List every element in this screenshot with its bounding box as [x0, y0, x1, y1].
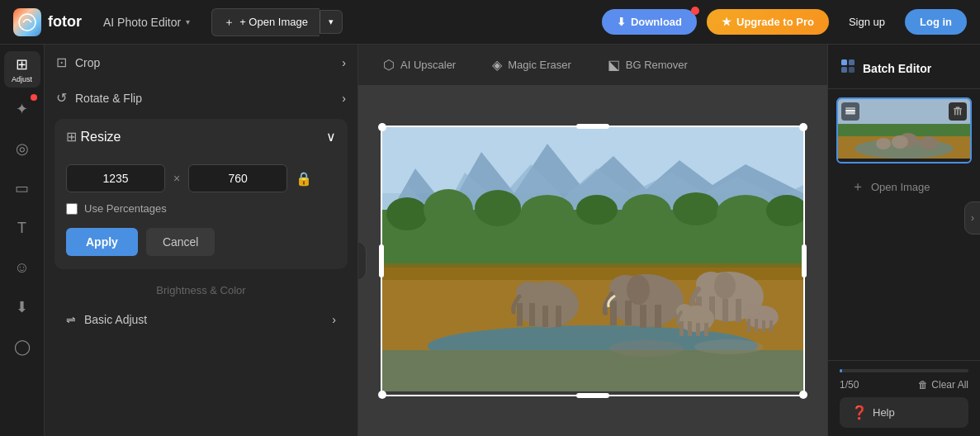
svg-point-65 — [876, 138, 891, 149]
svg-rect-42 — [679, 321, 684, 336]
svg-rect-43 — [688, 321, 692, 336]
sidebar-item-adjust[interactable]: ⊞ Adjust — [4, 51, 40, 88]
sidebar-item-more[interactable]: ⬇ — [4, 289, 40, 325]
app-title-dropdown[interactable]: AI Photo Editor ▾ — [95, 11, 198, 34]
cancel-button[interactable]: Cancel — [146, 228, 215, 256]
use-percentages-checkbox[interactable] — [66, 203, 78, 215]
logo-text: fotor — [48, 13, 82, 31]
upgrade-button[interactable]: ★ Upgrade to Pro — [707, 9, 829, 35]
text-icon: T — [17, 220, 26, 237]
edge-handle-bottom[interactable] — [576, 393, 609, 398]
adjust-icon: ⊞ — [16, 55, 28, 73]
apply-button[interactable]: Apply — [66, 228, 138, 256]
sidebar-item-beauty[interactable]: ◎ — [4, 130, 40, 167]
corner-handle-br[interactable] — [799, 391, 807, 399]
sidebar-item-text[interactable]: T — [4, 210, 40, 246]
download-button[interactable]: ⬇ Download — [602, 9, 697, 35]
canvas-area: ⬡ AI Upscaler ◈ Magic Eraser ⬕ BG Remove… — [358, 45, 827, 436]
svg-rect-71 — [954, 110, 956, 116]
effects-icon: ✦ — [16, 100, 28, 118]
image-container — [381, 126, 805, 396]
portrait-icon: ☺ — [14, 259, 29, 277]
open-image-button[interactable]: ＋ + Open Image — [211, 8, 320, 36]
open-image-arrow-button[interactable]: ▾ — [320, 10, 343, 34]
svg-rect-45 — [704, 323, 708, 336]
svg-point-10 — [576, 195, 618, 225]
height-input[interactable] — [188, 164, 287, 192]
clear-all-button[interactable]: 🗑 Clear All — [918, 379, 968, 391]
svg-rect-44 — [696, 323, 700, 336]
svg-rect-72 — [960, 110, 962, 116]
add-image-label: Open Image — [871, 181, 930, 193]
svg-rect-38 — [542, 306, 548, 327]
corner-handle-bl[interactable] — [378, 391, 386, 399]
svg-rect-37 — [529, 303, 535, 326]
signup-button[interactable]: Sign up — [839, 9, 895, 35]
thumbnail-layers-icon — [841, 102, 859, 121]
thumbnail-delete-button[interactable] — [949, 102, 967, 121]
svg-point-53 — [694, 339, 764, 354]
lock-icon[interactable]: 🔒 — [296, 171, 312, 187]
ai-upscaler-tool[interactable]: ⬡ AI Upscaler — [375, 52, 464, 78]
width-input[interactable] — [66, 164, 165, 192]
tool-panel: ⊡ Crop › ↺ Rotate & Flip › ⊞ Resize ∨ — [45, 45, 358, 436]
resize-section: ⊞ Resize ∨ × 🔒 Use Percentages Apply — [54, 119, 348, 269]
corner-handle-tr[interactable] — [799, 123, 807, 131]
download-icon: ⬇ — [617, 16, 626, 28]
top-navigation: fotor AI Photo Editor ▾ ＋ + Open Image ▾… — [0, 0, 980, 45]
sidebar-item-effects[interactable]: ✦ — [4, 91, 40, 127]
svg-point-33 — [714, 272, 736, 299]
basic-adjust-item[interactable]: ⇌ Basic Adjust › — [45, 303, 357, 336]
svg-point-35 — [516, 282, 542, 305]
chevron-down-icon: ▾ — [186, 17, 190, 26]
thumbnail-item[interactable] — [836, 97, 972, 164]
svg-rect-25 — [655, 305, 661, 328]
resize-chevron-icon: ∨ — [326, 129, 336, 145]
svg-rect-66 — [845, 110, 855, 112]
svg-rect-36 — [517, 303, 523, 326]
svg-rect-24 — [640, 305, 646, 328]
rotate-icon: ↺ — [56, 90, 67, 106]
svg-point-13 — [717, 195, 774, 231]
open-image-group: ＋ + Open Image ▾ — [211, 8, 343, 36]
resize-header[interactable]: ⊞ Resize ∨ — [54, 119, 348, 154]
use-percentages-label: Use Percentages — [84, 202, 167, 215]
login-button[interactable]: Log in — [905, 9, 967, 35]
brightness-divider: Brightness & Color — [45, 272, 357, 303]
bg-remover-tool[interactable]: ⬕ BG Remover — [599, 52, 696, 78]
add-image-button[interactable]: ＋ Open Image — [840, 170, 968, 204]
svg-point-52 — [609, 340, 684, 357]
magic-eraser-tool[interactable]: ◈ Magic Eraser — [484, 52, 580, 78]
svg-point-8 — [475, 190, 521, 226]
batch-editor-header: Batch Editor — [828, 45, 980, 89]
corner-handle-tl[interactable] — [378, 123, 386, 131]
rotate-panel-item[interactable]: ↺ Rotate & Flip › — [45, 80, 357, 116]
crop-panel-item[interactable]: ⊡ Crop › — [45, 45, 357, 80]
svg-rect-31 — [722, 299, 728, 322]
collapse-panel-button[interactable]: ‹ — [358, 241, 367, 281]
svg-rect-19 — [382, 350, 803, 391]
sidebar-item-adjust-label: Adjust — [12, 75, 32, 83]
use-percentages-group: Use Percentages — [66, 202, 336, 215]
svg-rect-56 — [841, 67, 847, 73]
help-button[interactable]: ❓ Help — [840, 397, 968, 428]
upscaler-icon: ⬡ — [383, 57, 395, 73]
expand-panel-arrow[interactable]: › — [964, 201, 980, 235]
thumbnails-area: ＋ Open Image — [828, 89, 980, 360]
sidebar-item-circle[interactable]: ◯ — [4, 329, 40, 365]
action-buttons: Apply Cancel — [66, 228, 336, 256]
sidebar-item-stickers[interactable]: ▭ — [4, 170, 40, 206]
trash-icon: 🗑 — [918, 379, 928, 391]
edge-handle-right[interactable] — [802, 244, 807, 277]
clear-all-label: Clear All — [931, 379, 968, 391]
svg-point-7 — [424, 189, 473, 230]
notification-dot — [691, 7, 699, 15]
magic-eraser-label: Magic Eraser — [508, 59, 571, 71]
edge-handle-top[interactable] — [576, 124, 609, 129]
svg-rect-48 — [747, 319, 750, 332]
sidebar-item-portrait[interactable]: ☺ — [4, 249, 40, 286]
svg-rect-70 — [956, 107, 960, 109]
logo-area: fotor — [13, 8, 82, 36]
edge-handle-left[interactable] — [379, 244, 384, 277]
bg-remover-label: BG Remover — [626, 59, 688, 71]
